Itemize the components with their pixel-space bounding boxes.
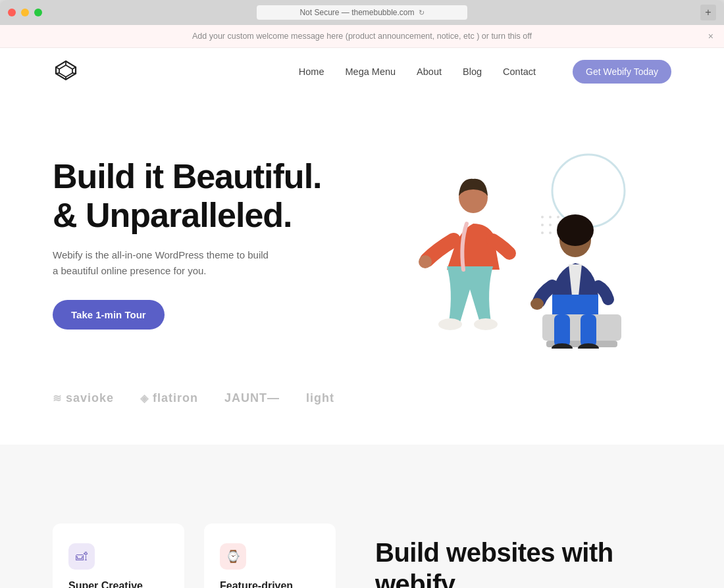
hero-cta-button[interactable]: Take 1-min Tour (53, 300, 165, 330)
maximize-button[interactable] (34, 9, 42, 16)
nav-item-contact[interactable]: Contact (503, 66, 536, 78)
notice-close-button[interactable]: × (708, 31, 713, 41)
brand-logos: ≋ savioke ◈ flatiron JAUNT— light (0, 378, 724, 445)
svg-point-23 (557, 214, 594, 246)
jaunt-label: JAUNT— (224, 391, 280, 405)
reload-icon[interactable]: ↻ (419, 9, 425, 17)
light-label: light (306, 391, 334, 405)
nav-link-about[interactable]: About (417, 66, 442, 77)
svg-line-4 (72, 73, 76, 74)
brand-logo-flatiron: ◈ flatiron (140, 391, 198, 405)
nav-cta-button[interactable]: Get Webify Today (573, 60, 671, 84)
svg-point-15 (541, 232, 544, 234)
flatiron-label: flatiron (153, 391, 198, 405)
hero-subtitle: Webify is the all-in-one WordPress theme… (53, 247, 276, 279)
logo-svg (53, 60, 79, 81)
hero-title-line1: Build it Beautiful. (53, 157, 322, 195)
nav-links: Home Mega Menu About Blog Contact Get We… (299, 66, 671, 78)
savioke-icon: ≋ (53, 392, 62, 404)
minimize-button[interactable] (21, 9, 29, 16)
svg-line-6 (56, 73, 59, 74)
features-section: 🛋 Super Creative Digital transformation … (0, 497, 724, 588)
svg-point-16 (549, 232, 552, 234)
nav-link-blog[interactable]: Blog (463, 66, 482, 77)
nav-link-contact[interactable]: Contact (503, 66, 536, 77)
svg-point-20 (438, 318, 462, 330)
hero-title-line2: & Unparalleled. (53, 196, 292, 234)
section-divider (0, 445, 724, 497)
svg-point-24 (530, 298, 544, 310)
new-tab-button[interactable]: + (700, 5, 716, 20)
nav-item-mega-menu[interactable]: Mega Menu (346, 66, 396, 78)
feature-driven-icon: ⌚ (220, 543, 246, 570)
svg-rect-28 (581, 314, 596, 347)
svg-point-21 (474, 318, 498, 330)
notice-text: Add your custom welcome message here (pr… (192, 32, 532, 41)
hero-title: Build it Beautiful. & Unparalleled. (53, 157, 322, 233)
brand-logo-savioke: ≋ savioke (53, 391, 114, 405)
notice-bar: Add your custom welcome message here (pr… (0, 25, 724, 48)
svg-point-10 (549, 216, 552, 218)
svg-rect-27 (554, 314, 570, 347)
nav-item-home[interactable]: Home (299, 66, 324, 78)
svg-point-19 (419, 255, 432, 268)
website-content: Add your custom welcome message here (pr… (0, 25, 724, 588)
brand-logo-jaunt: JAUNT— (224, 391, 280, 405)
browser-titlebar: Not Secure — themebubble.com ↻ + (0, 0, 724, 25)
hero-content: Build it Beautiful. & Unparalleled. Webi… (53, 157, 322, 329)
hero-illustration (322, 138, 671, 349)
address-bar[interactable]: Not Secure — themebubble.com ↻ (257, 5, 467, 20)
features-heading: Build websites with webify. Any niche. I… (375, 537, 671, 588)
hero-illustration-svg (351, 138, 641, 349)
nav-link-home[interactable]: Home (299, 66, 324, 77)
svg-marker-1 (59, 65, 72, 77)
site-logo[interactable] (53, 60, 79, 84)
feature-driven-title: Feature-driven (220, 580, 320, 588)
feature-card-super-creative: 🛋 Super Creative Digital transformation … (53, 524, 184, 588)
nav-item-about[interactable]: About (417, 66, 442, 78)
browser-window: Not Secure — themebubble.com ↻ + Add you… (0, 0, 724, 588)
features-text-block: Build websites with webify. Any niche. I… (355, 524, 671, 588)
svg-point-13 (549, 224, 552, 226)
nav-link-mega-menu[interactable]: Mega Menu (346, 66, 396, 77)
flatiron-icon: ◈ (140, 392, 149, 404)
savioke-label: savioke (66, 391, 114, 405)
address-text: Not Secure — themebubble.com (299, 8, 414, 17)
close-button[interactable] (8, 9, 16, 16)
svg-point-8 (552, 155, 625, 227)
navbar: Home Mega Menu About Blog Contact Get We… (0, 48, 724, 95)
brand-logo-light: light (306, 391, 334, 405)
svg-point-9 (541, 216, 544, 218)
hero-section: Build it Beautiful. & Unparalleled. Webi… (0, 95, 724, 378)
svg-point-11 (557, 216, 559, 218)
super-creative-title: Super Creative (68, 580, 168, 588)
feature-card-feature-driven: ⌚ Feature-driven It's also a cultural ch… (204, 524, 336, 588)
nav-item-blog[interactable]: Blog (463, 66, 482, 78)
features-heading-line1: Build websites with webify. (375, 538, 613, 588)
svg-point-12 (541, 224, 544, 226)
nav-cta-item[interactable]: Get Webify Today (557, 66, 671, 78)
super-creative-icon: 🛋 (68, 543, 95, 570)
